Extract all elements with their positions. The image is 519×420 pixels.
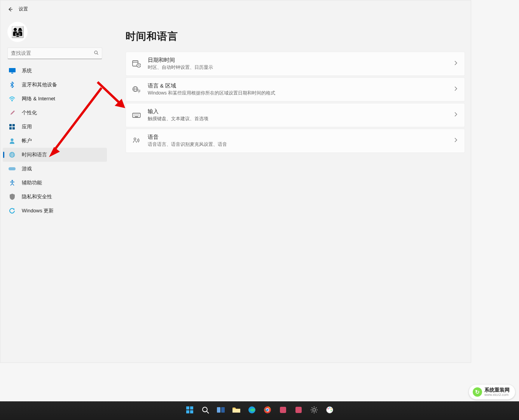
person-icon (8, 137, 16, 145)
sidebar-item-system[interactable]: 系统 (3, 64, 107, 78)
search-task-icon (201, 406, 210, 416)
svg-rect-28 (190, 410, 193, 413)
app-icon (295, 406, 302, 415)
sidebar-item-label: 系统 (22, 67, 32, 74)
bluetooth-icon (8, 81, 16, 89)
avatar: 👨‍👩‍👧 (7, 22, 28, 42)
card-title: 语言 & 区域 (148, 82, 454, 89)
svg-point-43 (330, 408, 332, 409)
settings-card-language-region[interactable]: 字 语言 & 区域 Windows 和某些应用根据你所在的区域设置日期和时间的格… (126, 77, 465, 102)
chevron-right-icon (454, 112, 458, 119)
clock-calendar-icon (131, 59, 142, 69)
back-arrow-icon (7, 6, 13, 12)
network-icon (8, 95, 16, 103)
svg-rect-31 (221, 407, 225, 413)
search-input-wrap[interactable] (7, 47, 102, 59)
sidebar-item-label: 帐户 (22, 137, 32, 144)
svg-rect-37 (280, 407, 286, 413)
search-input[interactable] (11, 51, 94, 56)
taskbar-explorer[interactable] (230, 404, 243, 417)
sidebar: 👨‍👩‍👧 系统 蓝牙和其他设备 网络 & Internet 个性化 应用 帐户… (0, 18, 109, 362)
brush-icon (8, 109, 16, 117)
sidebar-item-time-language[interactable]: 时间和语言 (3, 148, 107, 162)
card-text: 输入 触摸键盘、文本建议、首选项 (148, 108, 454, 122)
settings-task-icon (310, 406, 318, 416)
gaming-icon (8, 165, 16, 173)
taskbar-taskview[interactable] (214, 404, 227, 417)
edge-icon (248, 406, 256, 416)
card-text: 语言 & 区域 Windows 和某些应用根据你所在的区域设置日期和时间的格式 (148, 82, 454, 96)
svg-rect-11 (9, 167, 16, 170)
taskbar-edge[interactable] (245, 404, 259, 417)
sidebar-item-privacy[interactable]: 隐私和安全性 (3, 190, 107, 204)
sidebar-item-personalize[interactable]: 个性化 (3, 106, 107, 120)
card-text: 日期和时间 时区、自动时钟设置、日历显示 (148, 57, 454, 71)
sidebar-item-label: Windows 更新 (22, 207, 54, 214)
sidebar-item-accessibility[interactable]: 辅助功能 (3, 176, 107, 190)
svg-point-8 (11, 138, 14, 141)
header-title: 设置 (19, 6, 28, 12)
svg-rect-26 (190, 406, 193, 410)
app-icon (279, 406, 287, 415)
sidebar-item-bluetooth[interactable]: 蓝牙和其他设备 (3, 78, 107, 92)
card-title: 日期和时间 (148, 57, 454, 64)
sidebar-item-gaming[interactable]: 游戏 (3, 162, 107, 176)
keyboard-icon (131, 110, 142, 120)
sidebar-item-update[interactable]: Windows 更新 (3, 204, 107, 218)
sidebar-item-accounts[interactable]: 帐户 (3, 134, 107, 148)
main-content: 时间和语言 日期和时间 时区、自动时钟设置、日历显示 字 语言 & 区域 Win… (109, 18, 471, 362)
chevron-right-icon (454, 86, 458, 93)
svg-rect-25 (186, 406, 189, 410)
display-icon (8, 67, 16, 75)
svg-rect-2 (11, 73, 13, 74)
svg-point-3 (12, 100, 12, 101)
paint-icon (325, 406, 334, 416)
taskbar-settings[interactable] (308, 404, 321, 417)
svg-rect-30 (217, 407, 220, 413)
update-icon (8, 207, 16, 215)
sidebar-item-label: 应用 (22, 123, 32, 130)
card-text: 语音 语音语言、语音识别麦克风设置、语音 (148, 134, 454, 148)
settings-card-date-time[interactable]: 日期和时间 时区、自动时钟设置、日历显示 (126, 52, 465, 76)
card-subtitle: 语音语言、语音识别麦克风设置、语音 (148, 141, 454, 148)
sidebar-item-label: 时间和语言 (22, 151, 47, 158)
globe-lang-icon: 字 (131, 84, 142, 94)
back-button[interactable] (4, 4, 16, 15)
svg-rect-38 (295, 407, 302, 413)
sidebar-item-label: 隐私和安全性 (22, 193, 52, 200)
taskbar-paint[interactable] (323, 404, 336, 417)
sidebar-item-label: 蓝牙和其他设备 (22, 81, 57, 88)
explorer-icon (232, 406, 241, 415)
watermark: ↻ 系统重装网 www.xtcz2.com (469, 385, 515, 399)
svg-point-29 (203, 407, 207, 412)
svg-rect-6 (9, 127, 12, 130)
svg-point-39 (313, 409, 315, 411)
svg-rect-5 (12, 124, 15, 126)
sidebar-item-apps[interactable]: 应用 (3, 120, 107, 134)
svg-text:字: 字 (137, 89, 141, 93)
card-subtitle: 触摸键盘、文本建议、首选项 (148, 116, 454, 122)
sidebar-item-label: 网络 & Internet (22, 95, 55, 102)
card-subtitle: Windows 和某些应用根据你所在的区域设置日期和时间的格式 (148, 90, 454, 96)
sidebar-item-network[interactable]: 网络 & Internet (3, 92, 107, 106)
taskbar-chrome[interactable] (261, 404, 274, 417)
settings-card-typing[interactable]: 输入 触摸键盘、文本建议、首选项 (126, 103, 465, 127)
watermark-title: 系统重装网 (484, 387, 510, 392)
taskbar-search[interactable] (199, 404, 212, 417)
shield-icon (8, 193, 16, 201)
svg-point-41 (327, 408, 329, 409)
sidebar-item-label: 游戏 (22, 165, 32, 172)
page-title: 时间和语言 (126, 30, 465, 43)
speech-icon (131, 136, 142, 146)
nav: 系统 蓝牙和其他设备 网络 & Internet 个性化 应用 帐户 时间和语言… (2, 64, 108, 218)
taskbar (0, 401, 519, 420)
avatar-wrap[interactable]: 👨‍👩‍👧 (2, 18, 108, 45)
sidebar-item-label: 辅助功能 (22, 179, 42, 186)
taskbar-start[interactable] (183, 404, 196, 417)
taskbar-app8[interactable] (292, 404, 305, 417)
settings-card-speech[interactable]: 语音 语音语言、语音识别麦克风设置、语音 (126, 129, 465, 153)
taskbar-app7[interactable] (276, 404, 290, 417)
taskview-icon (217, 406, 225, 415)
card-title: 语音 (148, 134, 454, 141)
svg-point-12 (11, 180, 13, 182)
